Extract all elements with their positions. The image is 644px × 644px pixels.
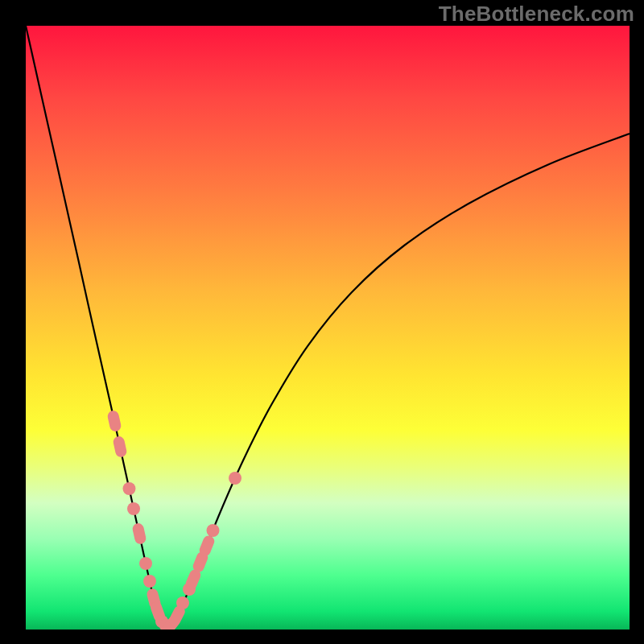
plot-area <box>26 26 630 630</box>
chart-frame: TheBottleneck.com <box>0 0 644 644</box>
curve-marker <box>112 436 127 458</box>
curve-marker <box>139 557 152 570</box>
curve-marker <box>127 502 140 515</box>
curve-marker <box>122 482 135 495</box>
plot-svg <box>26 26 630 630</box>
curve-marker <box>106 410 122 432</box>
watermark-text: TheBottleneck.com <box>439 2 634 27</box>
curve-marker <box>143 575 156 588</box>
curve-markers <box>106 410 242 630</box>
curve-marker <box>131 522 147 545</box>
curve-marker <box>229 472 242 485</box>
curve-marker <box>176 597 189 609</box>
bottleneck-curve <box>26 26 630 625</box>
curve-marker <box>207 524 220 537</box>
